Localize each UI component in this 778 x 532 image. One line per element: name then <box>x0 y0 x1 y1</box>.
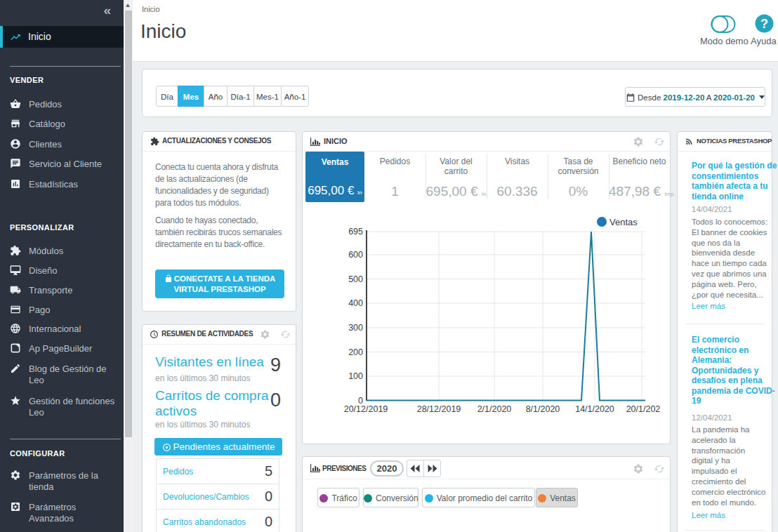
svg-text:14/1/2020: 14/1/2020 <box>575 404 614 414</box>
svg-text:500: 500 <box>348 274 363 284</box>
svg-text:?: ? <box>760 17 768 31</box>
svg-text:20/1/202: 20/1/202 <box>626 404 661 414</box>
svg-text:Ventas: Ventas <box>609 217 638 227</box>
svg-text:2/1/2020: 2/1/2020 <box>477 404 512 414</box>
svg-text:400: 400 <box>348 298 363 308</box>
svg-text:8/1/2020: 8/1/2020 <box>526 404 560 414</box>
svg-text:300: 300 <box>348 323 363 333</box>
svg-text:100: 100 <box>348 371 363 381</box>
svg-text:695: 695 <box>348 227 363 237</box>
svg-text:200: 200 <box>348 347 363 357</box>
svg-text:28/12/2019: 28/12/2019 <box>417 404 461 414</box>
svg-text:20/12/2019: 20/12/2019 <box>344 404 388 414</box>
svg-text:600: 600 <box>348 250 363 260</box>
